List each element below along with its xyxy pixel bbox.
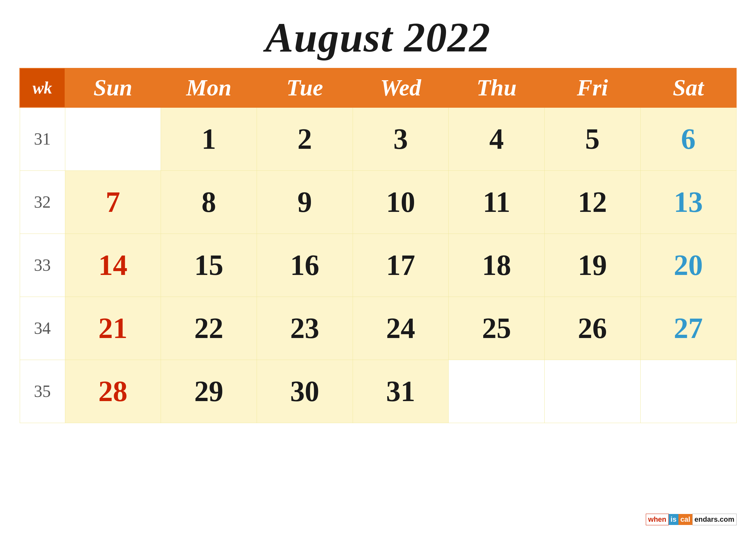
day-cell: 18 [448, 234, 545, 296]
day-cell: 7 [65, 170, 161, 234]
wk-header: wk [20, 68, 65, 107]
day-cell: 19 [545, 234, 641, 296]
table-row: 35 28 29 30 31 [20, 360, 736, 423]
day-cell [640, 360, 736, 423]
day-cell: 15 [161, 234, 257, 296]
day-cell: 29 [161, 360, 257, 423]
wed-header: Wed [353, 68, 448, 107]
wk-num: 34 [20, 296, 65, 360]
day-cell: 6 [640, 107, 736, 170]
day-cell: 26 [545, 296, 641, 360]
day-cell: 2 [256, 107, 353, 170]
wk-num: 33 [20, 234, 65, 296]
day-cell: 1 [161, 107, 257, 170]
tue-header: Tue [256, 68, 353, 107]
day-cell [65, 107, 161, 170]
day-cell: 24 [353, 296, 448, 360]
day-cell: 11 [448, 170, 545, 234]
day-cell: 14 [65, 234, 161, 296]
table-row: 32 7 8 9 10 11 12 13 [20, 170, 736, 234]
table-row: 34 21 22 23 24 25 26 27 [20, 296, 736, 360]
wk-num: 32 [20, 170, 65, 234]
day-cell: 16 [256, 234, 353, 296]
day-cell: 31 [353, 360, 448, 423]
thu-header: Thu [448, 68, 545, 107]
day-cell: 30 [256, 360, 353, 423]
table-row: 33 14 15 16 17 18 19 20 [20, 234, 736, 296]
sat-header: Sat [640, 68, 736, 107]
watermark-endars: endars.com [692, 514, 737, 525]
header-row: wk Sun Mon Tue Wed Thu Fri Sat [20, 68, 736, 107]
day-cell: 22 [161, 296, 257, 360]
day-cell [448, 360, 545, 423]
day-cell: 8 [161, 170, 257, 234]
mon-header: Mon [161, 68, 257, 107]
day-cell [545, 360, 641, 423]
day-cell: 17 [353, 234, 448, 296]
fri-header: Fri [545, 68, 641, 107]
day-cell: 4 [448, 107, 545, 170]
day-cell: 28 [65, 360, 161, 423]
day-cell: 10 [353, 170, 448, 234]
day-cell: 21 [65, 296, 161, 360]
day-cell: 23 [256, 296, 353, 360]
sun-header: Sun [65, 68, 161, 107]
day-cell: 3 [353, 107, 448, 170]
day-cell: 9 [256, 170, 353, 234]
wk-num: 35 [20, 360, 65, 423]
day-cell: 20 [640, 234, 736, 296]
calendar-title: August 2022 [265, 13, 491, 62]
watermark-is: is [669, 514, 678, 525]
day-cell: 13 [640, 170, 736, 234]
table-row: 31 1 2 3 4 5 6 [20, 107, 736, 170]
watermark-when: when [646, 514, 668, 525]
day-cell: 12 [545, 170, 641, 234]
wk-num: 31 [20, 107, 65, 170]
calendar-page: August 2022 wk Sun Mon Tue Wed Thu Fri S… [0, 0, 756, 535]
calendar-table: wk Sun Mon Tue Wed Thu Fri Sat 31 1 2 3 … [19, 68, 737, 423]
watermark: wheniscalendars.com [646, 514, 737, 525]
watermark-cal: cal [678, 514, 692, 525]
day-cell: 25 [448, 296, 545, 360]
day-cell: 27 [640, 296, 736, 360]
day-cell: 5 [545, 107, 641, 170]
